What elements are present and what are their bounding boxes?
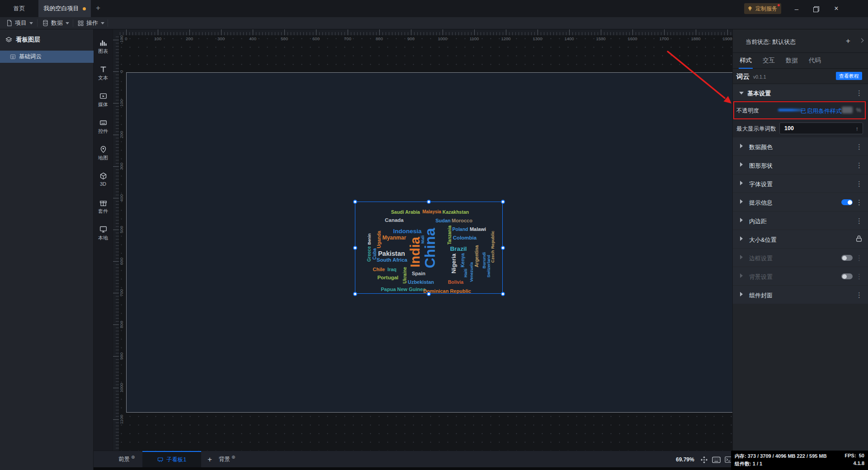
toolbox-label: 媒体 xyxy=(98,101,108,108)
section-background[interactable]: 背景设置 ⋮ xyxy=(733,267,868,285)
wordcloud-word: Argentina xyxy=(474,245,479,267)
circle-plus-icon[interactable]: ⊕ xyxy=(131,455,135,460)
selection-handle[interactable] xyxy=(353,292,357,296)
layer-item-label: 基础词云 xyxy=(19,53,42,61)
minimize-button[interactable]: – xyxy=(791,4,802,14)
menubar: 项目 数据 操作 发布 预览 xyxy=(0,17,868,29)
kebab-menu-icon[interactable]: ⋮ xyxy=(856,273,863,280)
foreground-label: 前景 xyxy=(118,456,130,463)
component-version: v0.1.1 xyxy=(753,74,766,80)
section-data-colors[interactable]: 数据颜色 ⋮ xyxy=(733,137,868,155)
selection-handle[interactable] xyxy=(427,200,431,204)
ruler-label: 600 xyxy=(312,36,320,41)
chevron-right-icon[interactable] xyxy=(859,38,864,43)
ruler-label: 500 xyxy=(119,226,124,233)
menu-data[interactable]: 数据 xyxy=(42,17,69,29)
wordcloud-word: India xyxy=(409,237,422,268)
toolbox-controls[interactable]: 控件 xyxy=(94,119,113,146)
kebab-menu-icon[interactable]: ⋮ xyxy=(856,254,863,261)
wordcloud-word: Nigeria xyxy=(451,254,457,273)
kebab-menu-icon[interactable]: ⋮ xyxy=(856,199,863,206)
background-toggle-off[interactable] xyxy=(841,273,853,279)
menu-project[interactable]: 项目 xyxy=(6,17,33,29)
toolbox-media[interactable]: 媒体 xyxy=(94,92,113,119)
wordcloud-word: Bolivia xyxy=(448,280,463,285)
conditional-style-link[interactable]: 已启用条件样式 xyxy=(801,107,842,115)
toolbox-charts[interactable]: 图表 xyxy=(94,39,113,66)
tutorial-button[interactable]: 查看教程 xyxy=(836,72,862,80)
circle-plus-icon[interactable]: ⊕ xyxy=(231,455,235,460)
opacity-unit: % xyxy=(856,107,861,113)
wordcloud-word: Indonesia xyxy=(393,228,421,235)
fit-view-button[interactable] xyxy=(699,455,708,464)
tab-project[interactable]: 我的空白项目 xyxy=(38,0,91,17)
stepper-up-icon[interactable]: ↑ xyxy=(856,125,863,132)
selection-handle[interactable] xyxy=(353,246,357,250)
ruler-label: 200 xyxy=(186,36,193,41)
close-button[interactable]: × xyxy=(831,4,842,14)
section-basic-settings[interactable]: 基本设置 ⋮ xyxy=(733,84,868,101)
tooltip-toggle-on[interactable] xyxy=(841,199,853,205)
custom-service-badge[interactable]: 定制服务 xyxy=(744,3,781,14)
ruler-label: 1300 xyxy=(533,36,542,41)
background-button[interactable]: 背景⊕ xyxy=(219,451,234,468)
foreground-button[interactable]: 前景⊕ xyxy=(118,451,133,468)
menu-operation[interactable]: 操作 xyxy=(78,17,104,29)
toolbox-kit[interactable]: 套件 xyxy=(94,199,113,226)
toolbox-text[interactable]: 文本 xyxy=(94,66,113,92)
section-shape[interactable]: 图形形状 ⋮ xyxy=(733,156,868,174)
wordcloud-word: Iraq xyxy=(387,267,396,272)
opacity-slider[interactable] xyxy=(778,109,803,111)
selection-handle[interactable] xyxy=(353,200,357,204)
lock-icon[interactable] xyxy=(856,235,862,242)
section-tooltip[interactable]: 提示信息 ⋮ xyxy=(733,193,868,211)
bottom-strip xyxy=(94,467,732,470)
border-toggle-off[interactable] xyxy=(841,255,853,261)
new-tab-button[interactable]: + xyxy=(93,3,103,13)
kebab-menu-icon[interactable]: ⋮ xyxy=(856,89,863,96)
ruler-label: 900 xyxy=(407,36,415,41)
caret-down-icon xyxy=(739,92,744,94)
wordcloud-word: Morocco xyxy=(452,218,472,223)
custom-service-label: 定制服务 xyxy=(755,5,777,13)
wordcloud-component[interactable]: Saudi ArabiaMalaysiaKazakhstanCanadaSuda… xyxy=(355,202,503,294)
section-border[interactable]: 边框设置 ⋮ xyxy=(733,249,868,267)
add-subboard-button[interactable]: + xyxy=(204,451,215,468)
toolbox-local[interactable]: 本地 xyxy=(94,226,113,252)
layer-item-wordcloud[interactable]: 基础词云 xyxy=(0,51,94,63)
tab-style[interactable]: 样式 xyxy=(740,53,752,69)
caret-right-icon xyxy=(740,144,743,148)
wordcloud-word: Poland xyxy=(452,227,468,232)
tab-data[interactable]: 数据 xyxy=(786,53,798,69)
kebab-menu-icon[interactable]: ⋮ xyxy=(856,217,863,224)
section-cover[interactable]: 组件封面 ⋮ xyxy=(733,286,868,304)
selection-handle[interactable] xyxy=(427,292,431,296)
section-label: 组件封面 xyxy=(749,291,773,300)
kebab-menu-icon[interactable]: ⋮ xyxy=(856,291,863,298)
menu-separator xyxy=(73,19,73,27)
tab-home[interactable]: 首页 xyxy=(0,0,38,17)
kebab-menu-icon[interactable]: ⋮ xyxy=(856,143,863,150)
ruler-label: 700 xyxy=(119,289,124,296)
restore-button[interactable] xyxy=(810,4,821,14)
max-words-input[interactable]: 100 ↑ xyxy=(779,122,863,134)
kebab-menu-icon[interactable]: ⋮ xyxy=(856,180,863,187)
toolbox-3d[interactable]: 3D xyxy=(94,172,113,199)
ruler-label: 1200 xyxy=(501,36,510,41)
section-font[interactable]: 字体设置 ⋮ xyxy=(733,174,868,193)
selection-handle[interactable] xyxy=(501,200,505,204)
section-size-position[interactable]: 大小&位置 xyxy=(733,230,868,248)
section-padding[interactable]: 内边距 ⋮ xyxy=(733,212,868,230)
toolbox-label: 套件 xyxy=(98,208,108,215)
design-canvas[interactable]: 0100200300400500600700800900100011001200… xyxy=(113,29,732,451)
tab-code[interactable]: 代码 xyxy=(809,53,821,69)
add-state-button[interactable]: + xyxy=(844,37,853,46)
selection-handle[interactable] xyxy=(501,292,505,296)
tab-interaction[interactable]: 交互 xyxy=(763,53,775,69)
selection-handle[interactable] xyxy=(501,246,505,250)
kebab-menu-icon[interactable]: ⋮ xyxy=(856,162,863,169)
shortcuts-button[interactable] xyxy=(712,455,721,464)
wordcloud-word: Canada xyxy=(385,218,404,223)
toolbox-map[interactable]: 地图 xyxy=(94,146,113,172)
subboard-tab[interactable]: 子看板1 xyxy=(142,451,201,468)
